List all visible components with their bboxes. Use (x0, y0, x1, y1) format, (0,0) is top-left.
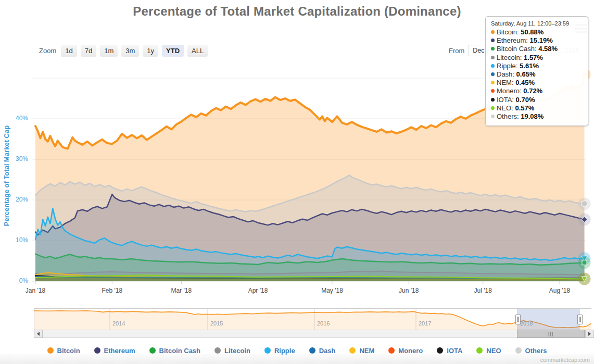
navigator-canvas (34, 309, 591, 330)
others-last-point-marker (582, 201, 587, 207)
tooltip-row-litecoin: Litecoin: 1.57% (491, 54, 583, 62)
legend-item-label: Ripple (274, 347, 295, 355)
scrollbar-track[interactable] (43, 330, 585, 338)
zoom-button-1m[interactable]: 1m (100, 45, 118, 57)
tooltip-row-dash: Dash: 0.65% (491, 70, 583, 79)
watermark: coinmarketcap.com (540, 357, 590, 363)
tooltip-row-bitcoin-cash: Bitcoin Cash: 4.58% (491, 45, 583, 53)
scrollbar-thumb[interactable] (517, 330, 585, 338)
tooltip-row-monero: Monero: 0.72% (491, 87, 583, 95)
zoom-button-group: 1d7d1m3m1yYTDALL (61, 45, 211, 57)
legend-item-label: NEO (486, 347, 501, 355)
navigator-year-label: 2014 (112, 320, 125, 327)
tooltip-dot-icon (491, 72, 495, 76)
x-axis-tick-label: May '18 (314, 287, 350, 294)
legend-item-ethereum[interactable]: Ethereum (94, 347, 135, 355)
tooltip-dot-icon (491, 115, 495, 118)
legend-dot-icon (515, 347, 522, 354)
tooltip-dot-icon (491, 39, 495, 42)
legend-item-iota[interactable]: IOTA (437, 347, 462, 355)
legend-dot-icon (476, 347, 483, 354)
legend-item-label: Monero (398, 347, 423, 355)
tooltip-dot-icon (491, 98, 495, 102)
tooltip-dot-icon (491, 30, 495, 34)
dominance-chart: Percentage of Total Market Capitalizatio… (0, 0, 594, 364)
legend: BitcoinEthereumBitcoin CashLitecoinRippl… (0, 344, 594, 357)
legend-dot-icon (214, 347, 221, 354)
tooltip-row-ripple: Ripple: 5.61% (491, 62, 583, 70)
y-axis-tick-label: 0% (4, 277, 28, 284)
y-axis-title: Percentage of Total Market Cap (3, 98, 10, 254)
navigator-left-handle[interactable] (515, 315, 521, 324)
x-axis-tick-label: Feb '18 (94, 287, 130, 294)
scrollbar (34, 330, 594, 338)
legend-item-bitcoin[interactable]: Bitcoin (47, 347, 80, 355)
tooltip-row-iota: IOTA: 0.70% (491, 96, 583, 104)
legend-item-monero[interactable]: Monero (388, 347, 423, 355)
legend-item-others[interactable]: Others (515, 347, 547, 355)
tooltip-dot-icon (491, 64, 495, 68)
scrollbar-left-arrow[interactable] (34, 330, 43, 338)
zoom-button-all[interactable]: ALL (187, 45, 208, 57)
legend-item-label: Litecoin (224, 347, 250, 355)
zoom-button-3m[interactable]: 3m (121, 45, 139, 57)
legend-item-label: Bitcoin Cash (159, 347, 200, 355)
legend-item-litecoin[interactable]: Litecoin (214, 347, 250, 355)
legend-dot-icon (94, 347, 100, 354)
legend-item-label: NEM (359, 347, 374, 355)
legend-item-ripple[interactable]: Ripple (264, 347, 295, 355)
navigator-year-label: 2015 (210, 320, 223, 327)
tooltip-row-others: Others: 19.08% (491, 112, 583, 121)
x-axis-tick-label: Aug '18 (541, 287, 578, 294)
tooltip-row-ethereum: Ethereum: 15.19% (491, 36, 583, 45)
legend-item-neo[interactable]: NEO (476, 347, 501, 355)
navigator-selected-range[interactable] (517, 309, 580, 330)
zoom-button-7d[interactable]: 7d (81, 45, 96, 57)
navigator-year-label: 2017 (419, 320, 431, 327)
tooltip-row-bitcoin: Bitcoin: 50.88% (491, 28, 583, 36)
zoom-button-ytd[interactable]: YTD (162, 45, 184, 57)
legend-item-dash[interactable]: Dash (309, 347, 336, 355)
right-arrow-icon (588, 332, 591, 336)
bitcoin-cash-last-point-marker (582, 260, 587, 265)
legend-item-label: Bitcoin (57, 347, 80, 355)
x-axis-tick-label: Jul '18 (465, 287, 501, 294)
tooltip-dot-icon (491, 89, 495, 93)
legend-item-bitcoin-cash[interactable]: Bitcoin Cash (149, 347, 200, 355)
legend-dot-icon (437, 347, 443, 354)
x-axis-tick-label: Jun '18 (390, 287, 427, 294)
tooltip-dot-icon (491, 81, 495, 84)
navigator-year-label: 2016 (317, 320, 330, 327)
thumb-grip-icon (549, 332, 553, 336)
x-axis-tick-label: Mar '18 (163, 287, 199, 294)
legend-dot-icon (149, 347, 156, 354)
zoom-toolbar: Zoom 1d7d1m3m1yYTDALL (39, 44, 211, 57)
zoom-label: Zoom (39, 47, 56, 55)
scrollbar-right-arrow[interactable] (585, 330, 594, 338)
legend-dot-icon (47, 347, 54, 354)
zoom-button-1d[interactable]: 1d (61, 45, 77, 57)
legend-dot-icon (309, 347, 315, 354)
navigator[interactable]: 20142015201620172018 (34, 308, 591, 330)
x-axis-tick-label: Jan '18 (17, 287, 54, 294)
navigator-right-handle[interactable] (577, 315, 583, 324)
tooltip-rows: Bitcoin: 50.88%Ethereum: 15.19%Bitcoin C… (491, 28, 583, 121)
left-arrow-icon (37, 332, 40, 336)
legend-item-label: Dash (319, 347, 336, 355)
legend-item-label: Ethereum (104, 347, 135, 355)
legend-item-label: IOTA (447, 347, 462, 355)
tooltip-row-nem: NEM: 0.45% (491, 79, 583, 87)
from-label: From (449, 47, 464, 55)
tooltip: Saturday, Aug 11, 12:00–23:59 Bitcoin: 5… (485, 16, 588, 126)
legend-item-label: Others (525, 347, 547, 355)
tooltip-row-neo: NEO: 0.57% (491, 104, 583, 112)
tooltip-header: Saturday, Aug 11, 12:00–23:59 (491, 20, 583, 27)
tooltip-dot-icon (491, 106, 495, 110)
tooltip-dot-icon (491, 47, 495, 51)
legend-dot-icon (388, 347, 395, 354)
x-axis-tick-label: Apr '18 (240, 287, 276, 294)
legend-item-nem[interactable]: NEM (349, 347, 374, 355)
zoom-button-1y[interactable]: 1y (143, 45, 158, 57)
tooltip-dot-icon (491, 56, 495, 59)
legend-dot-icon (349, 347, 356, 354)
